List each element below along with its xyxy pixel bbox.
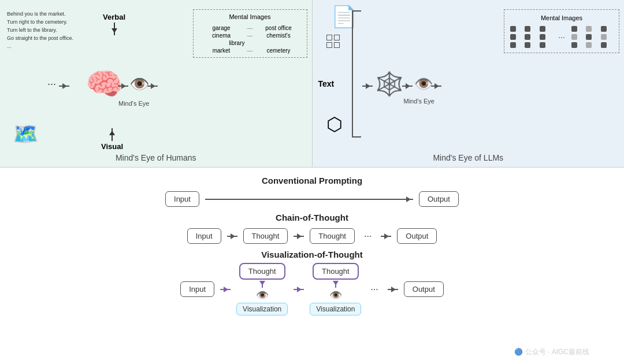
- conventional-title: Conventional Prompting: [262, 176, 362, 185]
- grid-icon: [326, 35, 340, 48]
- conventional-output: Output: [419, 191, 459, 207]
- library: library: [229, 40, 244, 46]
- cot-section: Chain-of-Thought Input Thought Thought ·…: [23, 213, 601, 244]
- instructions-text: Behind you is the market. Turn right to …: [7, 10, 73, 51]
- humans-panel: Behind you is the market. Turn right to …: [0, 0, 313, 167]
- vot-flow-outer: Input Thought 👁️ Visualization Thought 👁…: [180, 263, 444, 315]
- conventional-flow: Input Output: [165, 191, 459, 207]
- garage: garage: [198, 25, 245, 31]
- verbal-section: Verbal: [103, 13, 125, 35]
- cube-icon: ⬡: [326, 113, 343, 135]
- vot-eye1: 👁️: [256, 289, 269, 302]
- cot-arrow3: [381, 236, 391, 237]
- vot-section: Visualization-of-Thought Input Thought 👁…: [23, 250, 601, 315]
- visual-label: Visual: [101, 142, 123, 151]
- llm-arrow-brain-eye: [402, 86, 413, 87]
- vot-arrow2: [294, 289, 304, 290]
- vot-col2: Thought 👁️ Visualization: [310, 263, 361, 315]
- vot-viz2: Visualization: [310, 303, 361, 315]
- chemists: chemist's: [255, 32, 302, 39]
- conventional-input: Input: [165, 191, 199, 207]
- left-dots: ···: [47, 77, 56, 90]
- post-office: post office: [255, 25, 302, 31]
- cinema: cinema: [198, 32, 245, 39]
- vot-input: Input: [180, 281, 214, 297]
- llm-eye-icon: 👁️: [414, 75, 433, 92]
- cot-input: Input: [187, 228, 221, 244]
- visual-section: Visual: [101, 128, 123, 151]
- vot-viz1: Visualization: [236, 303, 288, 315]
- vot-down-arrow2: [335, 281, 336, 288]
- cot-title: Chain-of-Thought: [276, 213, 348, 222]
- mental-images-box: Mental Images garage — post office cinem…: [193, 9, 307, 58]
- vot-col1: Thought 👁️ Visualization: [236, 263, 288, 315]
- vot-dots: ···: [370, 284, 378, 295]
- cemetery: cemetery: [255, 47, 302, 54]
- minds-eye-label: Mind's Eye: [118, 100, 149, 107]
- vot-arrow1: [220, 289, 231, 290]
- llm-mental-images-box: Mental Images ···: [504, 9, 619, 53]
- arrow-to-brain: [59, 86, 69, 87]
- llm-mental-images-title: Mental Images: [510, 14, 613, 21]
- market: market: [198, 47, 245, 54]
- map-icon: 🗺️: [13, 122, 39, 146]
- vot-output: Output: [404, 281, 444, 297]
- conventional-section: Conventional Prompting Input Output: [23, 176, 601, 207]
- watermark: 🔵 公众号 · AIGC最前线: [514, 347, 589, 357]
- llm-arrow-eye-mental: [431, 86, 441, 87]
- ai-brain-icon: 🕸️: [375, 70, 404, 97]
- arrow-text-brain: [362, 86, 373, 87]
- bottom-section: Conventional Prompting Input Output Chai…: [0, 168, 624, 324]
- humans-panel-title: Mind's Eye of Humans: [116, 153, 196, 162]
- cot-arrow1: [227, 236, 237, 237]
- vot-thought1: Thought: [239, 263, 285, 280]
- vot-eye2: 👁️: [329, 289, 342, 302]
- llms-panel-title: Mind's Eye of LLMs: [433, 153, 503, 162]
- vot-down-arrow1: [262, 281, 263, 288]
- arrow-eye-mental: [147, 86, 158, 87]
- cot-output: Output: [397, 228, 437, 244]
- top-section: Behind you is the market. Turn right to …: [0, 0, 624, 168]
- arrow-brain-eye: [118, 86, 128, 87]
- bracket-left: [352, 10, 361, 138]
- cot-thought2: Thought: [310, 228, 355, 244]
- vot-title: Visualization-of-Thought: [261, 250, 363, 259]
- eye-icon: 👁️: [129, 74, 150, 93]
- vot-thought2: Thought: [313, 263, 359, 280]
- llms-panel: 📄 ⬡ Text 🕸️ 👁️ Mind's Eye: [313, 0, 625, 167]
- verbal-label: Verbal: [103, 13, 125, 21]
- text-label: Text: [318, 79, 335, 88]
- cot-thought1: Thought: [243, 228, 288, 244]
- mental-images-title: Mental Images: [198, 13, 302, 20]
- cot-dots: ···: [364, 231, 372, 242]
- conventional-arrow: [205, 199, 413, 200]
- cot-flow: Input Thought Thought ··· Output: [187, 228, 437, 244]
- vot-arrow3: [388, 289, 398, 290]
- cot-arrow2: [294, 236, 304, 237]
- llm-minds-eye-label: Mind's Eye: [404, 98, 434, 105]
